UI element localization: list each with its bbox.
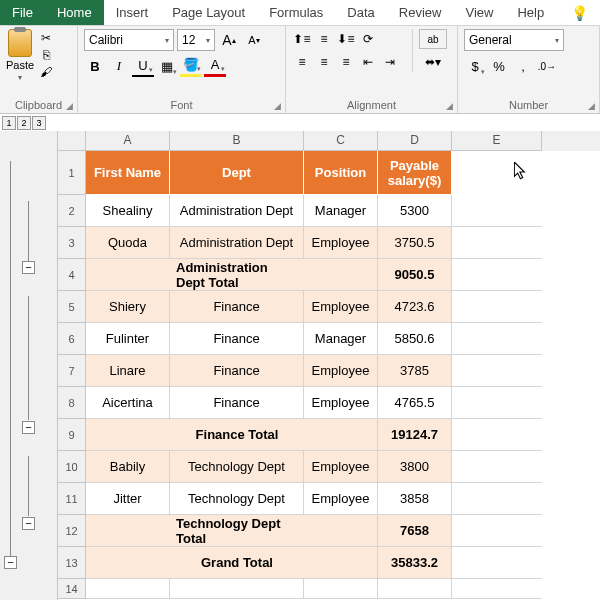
select-all-triangle[interactable]	[58, 131, 86, 151]
cell[interactable]	[304, 547, 378, 579]
row-header[interactable]: 12	[58, 515, 86, 547]
header-dept[interactable]: Dept	[170, 151, 304, 195]
accounting-format-button[interactable]: $	[464, 55, 486, 77]
cell-dept[interactable]: Finance	[170, 291, 304, 323]
header-salary[interactable]: Payable salary($)	[378, 151, 452, 195]
outline-level-3[interactable]: 3	[32, 116, 46, 130]
cell[interactable]	[304, 259, 378, 291]
tab-insert[interactable]: Insert	[104, 0, 161, 25]
cut-icon[interactable]: ✂	[38, 31, 54, 45]
cell[interactable]	[86, 259, 170, 291]
font-size-select[interactable]: 12▾	[177, 29, 215, 51]
total-label[interactable]: Grand Total	[170, 547, 304, 579]
paste-label[interactable]: Paste	[6, 59, 34, 71]
row-header[interactable]: 3	[58, 227, 86, 259]
total-label[interactable]: Finance Total	[170, 419, 304, 451]
cell-position[interactable]: Employee	[304, 483, 378, 515]
fill-color-button[interactable]: 🪣	[180, 55, 202, 77]
bold-button[interactable]: B	[84, 55, 106, 77]
row-header[interactable]: 10	[58, 451, 86, 483]
cell-dept[interactable]: Administration Dept	[170, 227, 304, 259]
cell-position[interactable]: Employee	[304, 227, 378, 259]
increase-font-icon[interactable]: A▴	[218, 29, 240, 51]
cell[interactable]	[304, 419, 378, 451]
row-header[interactable]: 9	[58, 419, 86, 451]
cell-first-name[interactable]: Shiery	[86, 291, 170, 323]
total-value[interactable]: 35833.2	[378, 547, 452, 579]
tab-formulas[interactable]: Formulas	[257, 0, 335, 25]
cell[interactable]	[452, 291, 542, 323]
cell[interactable]	[378, 579, 452, 599]
cell-first-name[interactable]: Aicertina	[86, 387, 170, 419]
tab-file[interactable]: File	[0, 0, 45, 25]
cell[interactable]	[86, 547, 170, 579]
clipboard-launcher-icon[interactable]: ◢	[66, 101, 73, 111]
cell-salary[interactable]: 5850.6	[378, 323, 452, 355]
row-header[interactable]: 8	[58, 387, 86, 419]
cell-first-name[interactable]: Linare	[86, 355, 170, 387]
outline-collapse-tech[interactable]: −	[22, 517, 35, 530]
total-label[interactable]: Administration Dept Total	[170, 259, 304, 291]
row-header[interactable]: 11	[58, 483, 86, 515]
cell[interactable]	[452, 483, 542, 515]
cell[interactable]	[170, 579, 304, 599]
col-header-C[interactable]: C	[304, 131, 378, 151]
cell-salary[interactable]: 4723.6	[378, 291, 452, 323]
cell[interactable]	[86, 515, 170, 547]
cell-first-name[interactable]: Shealiny	[86, 195, 170, 227]
cell[interactable]	[86, 579, 170, 599]
row-header[interactable]: 14	[58, 579, 86, 599]
cell[interactable]	[304, 579, 378, 599]
number-format-select[interactable]: General▾	[464, 29, 564, 51]
cell-salary[interactable]: 4765.5	[378, 387, 452, 419]
total-value[interactable]: 7658	[378, 515, 452, 547]
header-position[interactable]: Position	[304, 151, 378, 195]
cell[interactable]	[452, 259, 542, 291]
cell[interactable]	[304, 515, 378, 547]
cell-first-name[interactable]: Quoda	[86, 227, 170, 259]
cell-salary[interactable]: 3785	[378, 355, 452, 387]
alignment-launcher-icon[interactable]: ◢	[446, 101, 453, 111]
cell[interactable]	[452, 355, 542, 387]
format-painter-icon[interactable]: 🖌	[38, 65, 54, 79]
cell-position[interactable]: Manager	[304, 195, 378, 227]
tab-help[interactable]: Help	[505, 0, 556, 25]
cell-dept[interactable]: Administration Dept	[170, 195, 304, 227]
decrease-font-icon[interactable]: A▾	[243, 29, 265, 51]
cell-first-name[interactable]: Babily	[86, 451, 170, 483]
cell-position[interactable]: Employee	[304, 355, 378, 387]
cell[interactable]	[452, 515, 542, 547]
align-top-icon[interactable]: ⬆≡	[292, 29, 312, 49]
cell-first-name[interactable]: Fulinter	[86, 323, 170, 355]
font-name-select[interactable]: Calibri▾	[84, 29, 174, 51]
increase-decimal-button[interactable]: .0→	[536, 55, 558, 77]
align-center-icon[interactable]: ≡	[314, 52, 334, 72]
col-header-B[interactable]: B	[170, 131, 304, 151]
comma-button[interactable]: ,	[512, 55, 534, 77]
cell[interactable]	[452, 227, 542, 259]
cell-position[interactable]: Employee	[304, 291, 378, 323]
cell-E1[interactable]	[452, 151, 542, 195]
copy-icon[interactable]: ⎘	[38, 48, 54, 62]
wrap-text-button[interactable]: ab	[419, 29, 447, 49]
cell-dept[interactable]: Finance	[170, 323, 304, 355]
row-header[interactable]: 7	[58, 355, 86, 387]
total-value[interactable]: 9050.5	[378, 259, 452, 291]
cell[interactable]	[86, 419, 170, 451]
header-first-name[interactable]: First Name	[86, 151, 170, 195]
increase-indent-icon[interactable]: ⇥	[380, 52, 400, 72]
outline-collapse-finance[interactable]: −	[22, 421, 35, 434]
italic-button[interactable]: I	[108, 55, 130, 77]
row-header[interactable]: 4	[58, 259, 86, 291]
font-launcher-icon[interactable]: ◢	[274, 101, 281, 111]
tab-home[interactable]: Home	[45, 0, 104, 25]
outline-level-1[interactable]: 1	[2, 116, 16, 130]
align-left-icon[interactable]: ≡	[292, 52, 312, 72]
cell-dept[interactable]: Finance	[170, 387, 304, 419]
align-middle-icon[interactable]: ≡	[314, 29, 334, 49]
col-header-A[interactable]: A	[86, 131, 170, 151]
cell[interactable]	[452, 323, 542, 355]
row-header[interactable]: 6	[58, 323, 86, 355]
outline-level-2[interactable]: 2	[17, 116, 31, 130]
cell-position[interactable]: Employee	[304, 387, 378, 419]
